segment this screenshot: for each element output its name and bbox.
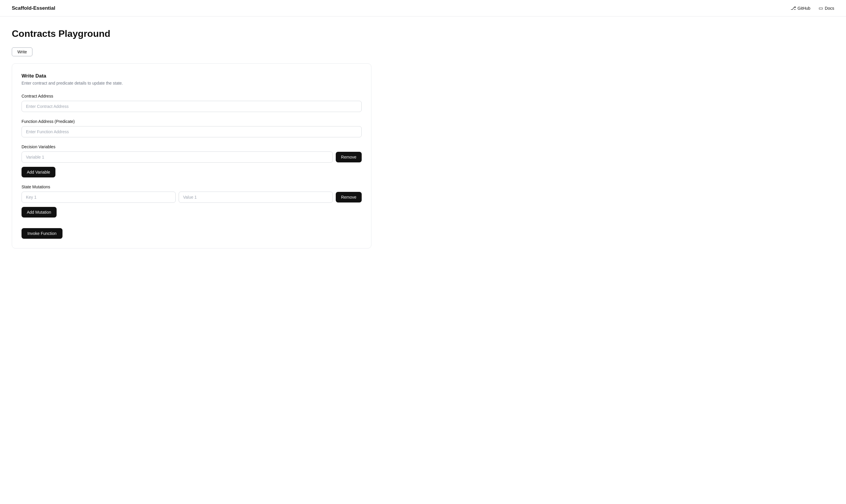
- tab-write[interactable]: Write: [12, 48, 32, 56]
- function-address-label: Function Address (Predicate): [21, 119, 362, 124]
- contract-address-input[interactable]: [21, 101, 362, 112]
- function-address-group: Function Address (Predicate): [21, 119, 362, 137]
- mutation-key-input[interactable]: [21, 192, 176, 203]
- contract-address-label: Contract Address: [21, 94, 362, 98]
- tab-bar: Write: [12, 48, 401, 56]
- contract-address-group: Contract Address: [21, 94, 362, 112]
- decision-variables-group: Decision Variables Remove Add Variable: [21, 144, 362, 177]
- write-data-card: Write Data Enter contract and predicate …: [12, 64, 372, 249]
- docs-label: Docs: [825, 6, 834, 11]
- card-title: Write Data: [21, 73, 362, 79]
- variable-row: Remove: [21, 151, 362, 163]
- docs-icon: ▭: [818, 5, 823, 11]
- docs-link[interactable]: ▭ Docs: [818, 5, 834, 11]
- variable-input[interactable]: [21, 151, 333, 163]
- remove-mutation-button[interactable]: Remove: [336, 192, 362, 202]
- function-address-input[interactable]: [21, 126, 362, 137]
- add-variable-button[interactable]: Add Variable: [21, 167, 55, 177]
- remove-variable-button[interactable]: Remove: [336, 152, 362, 162]
- header: Scaffold-Essential ⎇ GitHub ▭ Docs: [0, 0, 846, 17]
- page-title: Contracts Playground: [12, 28, 401, 39]
- card-description: Enter contract and predicate details to …: [21, 81, 362, 86]
- github-link[interactable]: ⎇ GitHub: [791, 5, 811, 11]
- github-label: GitHub: [798, 6, 811, 11]
- decision-variables-label: Decision Variables: [21, 144, 362, 149]
- header-nav: ⎇ GitHub ▭ Docs: [791, 5, 834, 11]
- state-mutations-group: State Mutations Remove Add Mutation: [21, 184, 362, 217]
- main-content: Contracts Playground Write Write Data En…: [0, 17, 413, 260]
- invoke-function-button[interactable]: Invoke Function: [21, 228, 62, 239]
- logo: Scaffold-Essential: [12, 5, 55, 11]
- add-mutation-button[interactable]: Add Mutation: [21, 207, 57, 217]
- mutation-value-input[interactable]: [179, 192, 333, 203]
- state-mutations-label: State Mutations: [21, 184, 362, 189]
- mutation-row: Remove: [21, 192, 362, 203]
- github-icon: ⎇: [791, 5, 796, 11]
